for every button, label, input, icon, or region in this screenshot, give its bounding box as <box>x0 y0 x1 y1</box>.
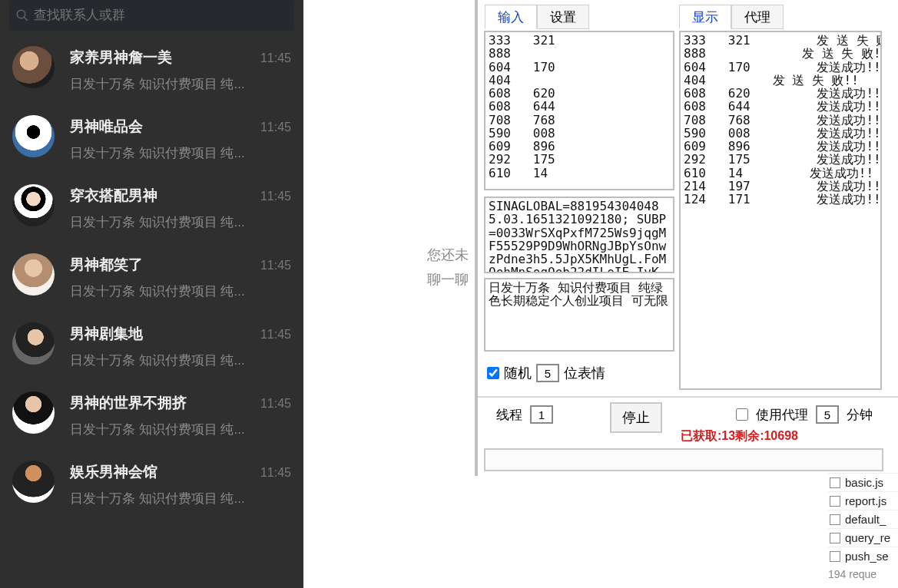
message-template-textbox[interactable]: 日发十万条 知识付费项目 纯绿色长期稳定个人创业项目 可无限 <box>484 278 674 352</box>
status-prefix: 已获取: <box>681 429 721 442</box>
proxy-suffix: 分钟 <box>847 406 873 424</box>
use-proxy-checkbox[interactable] <box>736 408 748 421</box>
search-input[interactable] <box>34 8 288 23</box>
checkbox-icon[interactable] <box>830 477 840 488</box>
random-emoji-row: 随机 位表情 <box>487 364 605 382</box>
contact-name: 男神的世界不拥挤 <box>70 393 187 413</box>
search-bar[interactable] <box>9 0 294 31</box>
contact-item[interactable]: 男神唯品会11:45 日发十万条 知识付费项目 纯... <box>0 104 303 173</box>
tool-bottom-bar: 线程 停止 使用代理 分钟 已获取:13剩余:10698 <box>478 396 898 405</box>
avatar <box>12 322 55 365</box>
contact-preview: 日发十万条 知识付费项目 纯... <box>70 75 270 93</box>
file-name: push_se <box>845 550 889 563</box>
contact-time: 11:45 <box>260 466 291 480</box>
contact-item[interactable]: 男神剧集地11:45 日发十万条 知识付费项目 纯... <box>0 311 303 380</box>
checkbox-icon[interactable] <box>830 533 840 543</box>
fetch-status: 已获取:13剩余:10698 <box>681 428 798 444</box>
contact-preview: 日发十万条 知识付费项目 纯... <box>70 144 270 162</box>
status-left: 10698 <box>764 429 798 442</box>
hint-line: 您还未 <box>427 243 469 267</box>
contact-item[interactable]: 男神都笑了11:45 日发十万条 知识付费项目 纯... <box>0 242 303 311</box>
request-count: 194 reque <box>828 565 898 580</box>
hint-line: 聊一聊 <box>427 267 469 292</box>
contacts-sidebar: 家养男神詹一美11:45 日发十万条 知识付费项目 纯... 男神唯品会11:4… <box>0 0 303 588</box>
contact-time: 11:45 <box>260 397 291 411</box>
contact-preview: 日发十万条 知识付费项目 纯... <box>70 352 270 369</box>
contact-item[interactable]: 娱乐男神会馆11:45 日发十万条 知识付费项目 纯... <box>0 449 303 518</box>
file-row[interactable]: report.js <box>828 491 898 510</box>
file-name: default_ <box>845 513 886 526</box>
contact-time: 11:45 <box>260 259 291 273</box>
file-row[interactable]: basic.js <box>828 473 898 491</box>
use-proxy-label: 使用代理 <box>756 406 808 424</box>
tab-settings[interactable]: 设置 <box>537 5 589 29</box>
tabs-display-proxy: 显示 代理 <box>679 5 784 29</box>
contact-item[interactable]: 男神的世界不拥挤11:45 日发十万条 知识付费项目 纯... <box>0 380 303 449</box>
random-suffix: 位表情 <box>564 364 605 382</box>
contact-name: 娱乐男神会馆 <box>70 462 157 482</box>
search-icon <box>15 8 29 22</box>
tab-proxy[interactable]: 代理 <box>731 5 784 29</box>
contact-time: 11:45 <box>260 51 291 65</box>
contact-preview: 日发十万条 知识付费项目 纯... <box>70 421 270 438</box>
devtools-filelist-peek: basic.js report.js default_ query_re pus… <box>828 473 898 580</box>
file-name: basic.js <box>845 476 883 489</box>
contact-preview: 日发十万条 知识付费项目 纯... <box>70 490 270 507</box>
avatar <box>12 184 55 226</box>
checkbox-icon[interactable] <box>830 551 840 562</box>
file-row[interactable]: default_ <box>828 510 898 528</box>
thread-row: 线程 <box>496 405 553 424</box>
file-name: query_re <box>845 531 890 544</box>
avatar <box>12 46 55 88</box>
contact-preview: 日发十万条 知识付费项目 纯... <box>70 282 270 300</box>
cookie-textbox[interactable]: SINAGLOBAL=8819543040485.03.165132109218… <box>484 197 674 273</box>
tab-input[interactable]: 输入 <box>485 5 537 29</box>
contact-name: 男神剧集地 <box>70 324 143 344</box>
tool-window: 输入 设置 显示 代理 333 321 888 604 170 404 608 … <box>475 0 898 476</box>
chat-placeholder-hint: 您还未 聊一聊 <box>427 243 469 292</box>
contact-time: 11:45 <box>260 328 291 342</box>
svg-point-0 <box>17 10 25 18</box>
checkbox-icon[interactable] <box>830 496 840 507</box>
contact-name: 穿衣搭配男神 <box>70 186 157 206</box>
contacts-list: 家养男神詹一美11:45 日发十万条 知识付费项目 纯... 男神唯品会11:4… <box>0 35 303 518</box>
contact-name: 家养男神詹一美 <box>70 48 172 68</box>
avatar <box>12 115 55 157</box>
contact-name: 男神都笑了 <box>70 255 143 275</box>
tab-display[interactable]: 显示 <box>679 5 731 29</box>
file-name: report.js <box>845 494 886 507</box>
status-mid: 剩余: <box>735 429 764 442</box>
progress-bar <box>484 448 883 471</box>
thread-label: 线程 <box>496 406 522 424</box>
contact-time: 11:45 <box>260 190 291 203</box>
file-row[interactable]: query_re <box>828 528 898 547</box>
stop-button[interactable]: 停止 <box>610 402 662 433</box>
contact-preview: 日发十万条 知识付费项目 纯... <box>70 213 270 231</box>
status-got: 13 <box>721 429 735 442</box>
random-checkbox[interactable] <box>487 367 499 379</box>
checkbox-icon[interactable] <box>830 514 840 525</box>
contact-name: 男神唯品会 <box>70 117 143 137</box>
tabs-input-settings: 输入 设置 <box>485 5 589 29</box>
avatar <box>12 253 55 296</box>
avatar <box>12 391 55 434</box>
thread-input[interactable] <box>530 405 553 424</box>
contact-time: 11:45 <box>260 121 291 134</box>
send-log-textbox[interactable]: 333 321 发 送 失 败!! 888 发 送 失 败!! 604 170 … <box>679 31 882 390</box>
proxy-minutes-input[interactable] <box>816 405 839 424</box>
proxy-row: 使用代理 分钟 <box>736 405 873 424</box>
contact-item[interactable]: 穿衣搭配男神11:45 日发十万条 知识付费项目 纯... <box>0 173 303 242</box>
random-label: 随机 <box>504 364 532 382</box>
random-count-input[interactable] <box>536 364 559 382</box>
contact-item[interactable]: 家养男神詹一美11:45 日发十万条 知识付费项目 纯... <box>0 35 303 104</box>
file-row[interactable]: push_se <box>828 547 898 565</box>
avatar <box>12 461 55 503</box>
svg-line-1 <box>24 17 28 21</box>
ids-textbox[interactable]: 333 321 888 604 170 404 608 620 608 644 … <box>484 31 674 190</box>
